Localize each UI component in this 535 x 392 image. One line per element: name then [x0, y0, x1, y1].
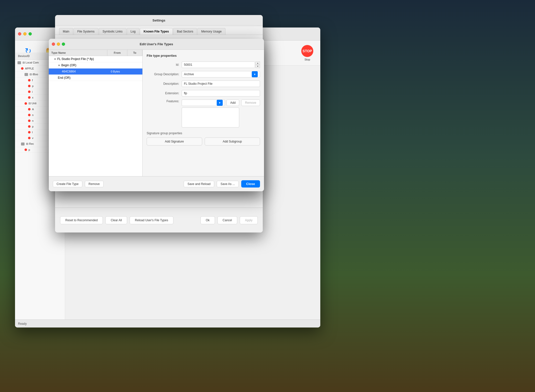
footer-right: Save and Reload Save As ... Close: [184, 180, 260, 188]
settings-title: Settings: [152, 18, 165, 22]
description-input[interactable]: [182, 80, 260, 87]
apply-button[interactable]: Apply: [240, 216, 258, 224]
add-feature-button[interactable]: Add: [226, 100, 239, 106]
features-label: Features:: [147, 100, 182, 103]
tree-row-fl-studio[interactable]: ▼ FL Studio Project File (*.flp): [49, 56, 142, 62]
group-desc-select[interactable]: Archive ▼: [182, 71, 260, 78]
tree-panel: Type Name From To ▼ FL Studio Project Fi…: [49, 50, 143, 176]
id-stepper: ▲ ▼: [255, 62, 260, 68]
ok-button[interactable]: Ok: [200, 216, 215, 224]
sidebar-p2-label: p: [32, 125, 34, 128]
edit-close-light[interactable]: [52, 42, 55, 46]
tree-item-label: End (OR): [58, 76, 105, 80]
settings-footer: Reset to Recommended Clear All Reload Us…: [55, 208, 263, 232]
props-title: File type properties: [147, 54, 260, 58]
properties-panel: File type properties Id: ▲ ▼ Group Descr…: [143, 50, 264, 176]
tab-file-systems[interactable]: File Systems: [74, 28, 98, 35]
add-subgroup-button[interactable]: Add Subgroup: [205, 138, 260, 146]
tab-symbolic-links[interactable]: Symbolic Links: [99, 28, 126, 35]
features-arrow-icon: ▼: [217, 100, 223, 106]
minimize-traffic-light[interactable]: [23, 32, 27, 36]
sidebar-a-label: A: [32, 108, 34, 111]
id-label: Id:: [147, 63, 182, 66]
sidebar-l-label: l: [32, 131, 33, 134]
group-desc-row: Group Description: Archive ▼: [147, 71, 260, 78]
status-dot: [28, 114, 31, 116]
id-input[interactable]: [182, 62, 255, 68]
settings-tabs: Main File Systems Symbolic Links Log Kno…: [55, 26, 263, 35]
footer-right-buttons: Ok Cancel Apply: [200, 216, 258, 224]
status-dot: [28, 96, 31, 99]
clear-all-button[interactable]: Clear All: [105, 216, 127, 224]
sidebar-v-label: v: [32, 136, 34, 140]
status-dot: [28, 85, 31, 87]
add-signature-button[interactable]: Add Signature: [147, 138, 202, 146]
add-remove-buttons: Remove: [241, 100, 260, 106]
stepper-down[interactable]: ▼: [255, 65, 260, 68]
stop-button[interactable]: STOP Stop: [298, 43, 316, 63]
maximize-traffic-light[interactable]: [29, 32, 32, 36]
features-row: Features: ▼ Add Remove: [147, 100, 260, 128]
edit-body: Type Name From To ▼ FL Studio Project Fi…: [49, 50, 264, 176]
save-as-button[interactable]: Save As ...: [217, 181, 238, 187]
status-dot: [28, 125, 31, 128]
reset-recommended-button[interactable]: Reset to Recommended: [60, 216, 103, 224]
features-select-row: ▼ Add: [182, 100, 239, 106]
save-reload-button[interactable]: Save and Reload: [184, 181, 214, 187]
features-select[interactable]: ▼: [182, 100, 225, 106]
signature-section: Signature group properties Add Signature…: [147, 132, 260, 146]
stepper-up[interactable]: ▲: [255, 62, 260, 65]
status-dot: [28, 79, 31, 82]
tab-memory-usage[interactable]: Memory Usage: [197, 28, 225, 35]
status-dot: [28, 137, 31, 139]
edit-max-light[interactable]: [62, 42, 65, 46]
sidebar-unti-label: ⊟ Unti: [29, 102, 37, 105]
tree-row-begin-or[interactable]: ▼ Begin (OR): [49, 62, 142, 68]
description-label: Description:: [147, 82, 182, 86]
edit-min-light[interactable]: [57, 42, 60, 46]
status-dot: [28, 131, 31, 134]
sidebar-apple-label: APPLE: [25, 67, 34, 70]
extension-input[interactable]: [182, 90, 260, 96]
extension-label: Extension:: [147, 92, 182, 95]
sidebar-ibook-label: ⊟ iBoo: [30, 73, 38, 76]
remove-button[interactable]: Remove: [85, 181, 104, 187]
tab-known-file-types[interactable]: Known File Types: [140, 28, 173, 35]
sidebar-rec-label: ⊟ Rec: [26, 142, 34, 146]
edit-footer: Create File Type Remove Save and Reload …: [49, 176, 264, 191]
sidebar-n1-label: n: [32, 114, 34, 116]
sidebar-n2-label: n: [32, 119, 34, 122]
close-button[interactable]: Close: [241, 180, 260, 188]
sig-buttons: Add Signature Add Subgroup: [147, 138, 260, 146]
folder-icon: [21, 142, 25, 146]
stop-icon: STOP: [301, 45, 313, 57]
cancel-button[interactable]: Cancel: [217, 216, 237, 224]
create-file-type-button[interactable]: Create File Type: [53, 181, 82, 187]
features-list[interactable]: [182, 108, 239, 128]
remove-feature-button[interactable]: Remove: [241, 100, 260, 106]
tab-bad-sectors[interactable]: Bad Sectors: [173, 28, 197, 35]
tree-item-label: Begin (OR): [61, 64, 105, 67]
tree-item-label: FL Studio Project File (*.flp): [57, 57, 105, 61]
reload-user-file-types-button[interactable]: Reload User's File Types: [130, 216, 173, 224]
edit-title: Edit User's File Types: [140, 42, 173, 46]
sidebar-local-label: ⊟ Local Com: [23, 61, 39, 64]
close-traffic-light[interactable]: [18, 32, 21, 36]
select-arrow-icon: ▼: [252, 71, 258, 77]
stop-label: Stop: [305, 58, 310, 61]
expand-icon: ▼: [54, 58, 56, 60]
sidebar-f-label: f: [32, 79, 33, 82]
folder-icon: [18, 61, 21, 64]
description-row: Description:: [147, 80, 260, 87]
footer-left: Create File Type Remove: [53, 181, 104, 187]
tab-log[interactable]: Log: [127, 28, 139, 35]
status-dot: [21, 67, 24, 70]
tree-row-end-or[interactable]: End (OR): [49, 75, 142, 81]
col-from: From: [107, 50, 127, 56]
tab-main[interactable]: Main: [59, 28, 73, 35]
tree-row-hex-sig[interactable]: 464C6864 0 Bytes: [49, 68, 142, 75]
sig-title: Signature group properties: [147, 132, 260, 135]
status-dot: [25, 102, 27, 105]
status-text: Ready: [18, 322, 27, 326]
features-controls: ▼ Add: [182, 100, 239, 128]
